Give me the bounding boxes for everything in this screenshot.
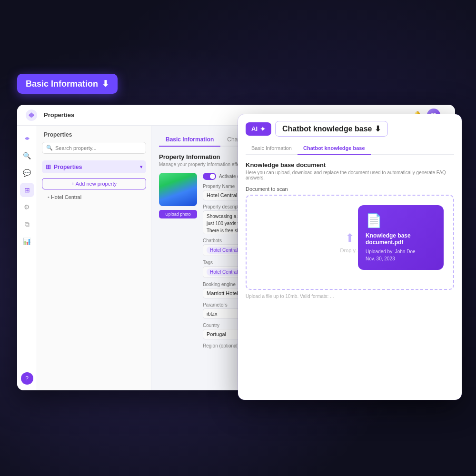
kb-desc: Here you can upload, download and replac… (246, 170, 454, 180)
search-box[interactable]: 🔍 (42, 142, 146, 154)
properties-nav-icon: ⊞ (46, 163, 51, 170)
file-icon: 📄 (366, 213, 436, 228)
sidebar-icon-settings[interactable]: ⚙ (20, 200, 34, 214)
upload-photo-button[interactable]: Upload photo (159, 210, 197, 218)
file-uploaded-by: Uploaded by: John Doe (366, 249, 416, 254)
overlay-header: AI ✦ Chatbot knowledge base ⬇ Basic Info… (238, 114, 462, 155)
upload-icon: ⬆ (340, 231, 360, 245)
sidebar-icon-logo[interactable] (20, 131, 34, 146)
activation-toggle[interactable] (203, 173, 216, 180)
property-item-hotel-central[interactable]: Hotel Central (37, 192, 151, 202)
drop-zone-footer: Upload a file up to 10mb. Valid formats:… (246, 294, 454, 299)
ai-sparkle-icon: ✦ (260, 125, 266, 133)
basic-information-badge: Basic Information ⬇ (17, 74, 118, 94)
properties-nav-label: Properties (54, 164, 82, 170)
left-panel-header: Properties (37, 126, 151, 142)
tab-basic-information[interactable]: Basic Information (159, 133, 220, 147)
app-logo (25, 109, 38, 122)
add-new-property-button[interactable]: + Add new property (42, 178, 146, 189)
overlay-download-icon: ⬇ (375, 124, 381, 133)
file-card: 📄 Knowledge base document.pdf Uploaded b… (358, 205, 444, 270)
drop-zone[interactable]: ⬆ Drop y... 📄 Knowledge base document.pd… (246, 195, 454, 290)
file-date: Nov. 30, 2023 (366, 256, 395, 261)
chevron-right-icon: ▾ (140, 164, 142, 169)
topbar-title: Properties (44, 111, 74, 119)
search-input[interactable] (55, 145, 142, 151)
sidebar-item-properties[interactable]: ⊞ Properties ▾ (42, 160, 146, 173)
hotel-photo (159, 173, 197, 206)
photo-column: Upload photo (159, 173, 197, 352)
overlay-tab-basic[interactable]: Basic Information (246, 142, 298, 155)
overlay-body: Knowledge base document Here you can upl… (238, 155, 462, 400)
sidebar-icon-help[interactable]: ? (21, 372, 33, 385)
badge-text: Basic Information (26, 79, 98, 89)
sidebar-icon-search[interactable]: 🔍 (20, 149, 34, 163)
sidebar-icon-properties[interactable]: ⊞ (20, 183, 34, 197)
overlay-title-badge: Chatbot knowledge base ⬇ (275, 121, 388, 137)
ai-badge: AI ✦ (246, 122, 271, 136)
overlay-badge-row: AI ✦ Chatbot knowledge base ⬇ (246, 121, 454, 137)
sidebar-icon-chat[interactable]: 💬 (20, 166, 34, 180)
file-meta: Uploaded by: John Doe Nov. 30, 2023 (366, 248, 436, 262)
overlay-tabs: Basic Information Chatbot knowledge base (246, 142, 454, 155)
drop-hint: ⬆ Drop y... (340, 231, 360, 253)
overlay-title-text: Chatbot knowledge base (282, 125, 372, 133)
doc-scan-label: Document to scan (246, 186, 454, 192)
ai-label: AI (251, 125, 258, 132)
overlay-panel: AI ✦ Chatbot knowledge base ⬇ Basic Info… (238, 114, 462, 400)
sidebar-icons: 🔍 💬 ⊞ ⚙ ⧉ 📊 ? (17, 126, 37, 390)
download-icon: ⬇ (102, 79, 109, 89)
sidebar-icon-copy[interactable]: ⧉ (20, 217, 34, 231)
sidebar-icon-analytics[interactable]: 📊 (20, 234, 34, 248)
kb-title: Knowledge base document (246, 161, 454, 169)
file-name: Knowledge base document.pdf (366, 232, 436, 246)
nav-section: ⊞ Properties ▾ (37, 159, 151, 175)
overlay-tab-chatbot[interactable]: Chatbot knowledge base (298, 142, 371, 155)
left-panel: Properties 🔍 ⊞ Properties ▾ + Add new pr… (37, 126, 151, 390)
search-icon: 🔍 (46, 145, 53, 151)
